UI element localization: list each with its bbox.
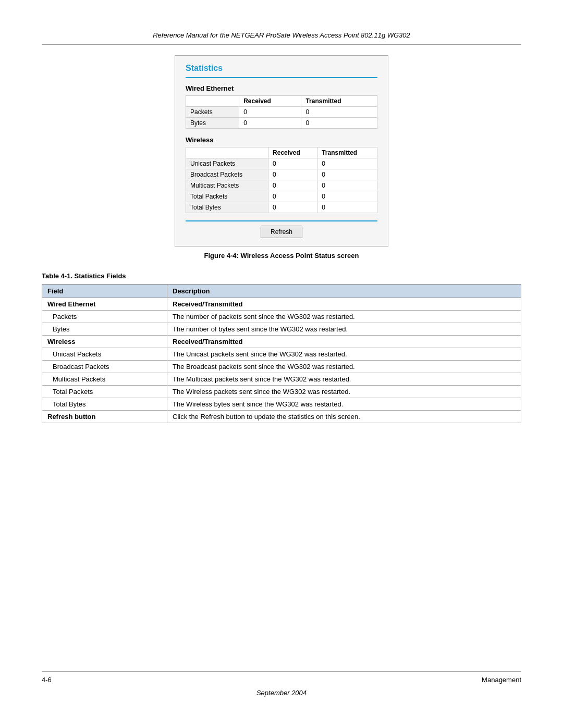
row-received: 0 (268, 158, 317, 169)
table-row: Multicast Packets 0 0 (186, 180, 377, 191)
col-field-header: Field (42, 285, 167, 298)
desc-field: Unicast Packets (42, 348, 167, 361)
page: Reference Manual for the NETGEAR ProSafe… (0, 0, 563, 728)
row-transmitted: 0 (317, 180, 377, 191)
list-item: Total Bytes The Wireless bytes sent sinc… (42, 398, 521, 411)
wired-ethernet-table: Received Transmitted Packets 0 0 Bytes 0… (186, 95, 377, 129)
row-transmitted: 0 (317, 191, 377, 202)
row-transmitted: 0 (317, 158, 377, 169)
statistics-title: Statistics (186, 64, 377, 73)
table-row: Broadcast Packets 0 0 (186, 169, 377, 180)
row-field: Broadcast Packets (186, 169, 268, 180)
desc-field: Broadcast Packets (42, 361, 167, 373)
table-row: Bytes 0 0 (186, 118, 377, 129)
footer-left: 4-6 (42, 676, 52, 684)
wired-ethernet-label: Wired Ethernet (186, 84, 377, 92)
desc-description: The Wireless packets sent since the WG30… (167, 386, 521, 398)
desc-description: The Wireless bytes sent since the WG302 … (167, 398, 521, 411)
stats-divider (186, 77, 377, 78)
table-row: Total Packets 0 0 (186, 191, 377, 202)
row-received: 0 (268, 191, 317, 202)
row-received: 0 (268, 169, 317, 180)
footer: 4-6 Management (42, 671, 521, 684)
desc-field: Wired Ethernet (42, 298, 167, 311)
wired-col-received: Received (239, 96, 301, 107)
row-transmitted: 0 (317, 169, 377, 180)
row-transmitted: 0 (301, 118, 377, 129)
wireless-col-transmitted: Transmitted (317, 147, 377, 158)
list-item: Wireless Received/Transmitted (42, 336, 521, 348)
list-item: Broadcast Packets The Broadcast packets … (42, 361, 521, 373)
table-title: Table 4-1. Statistics Fields (42, 272, 521, 280)
desc-field: Bytes (42, 323, 167, 336)
desc-description: Received/Transmitted (167, 298, 521, 311)
list-item: Total Packets The Wireless packets sent … (42, 386, 521, 398)
wireless-col-blank (186, 147, 268, 158)
desc-field: Total Packets (42, 386, 167, 398)
header-title: Reference Manual for the NETGEAR ProSafe… (153, 31, 410, 39)
desc-field: Wireless (42, 336, 167, 348)
list-item: Packets The number of packets sent since… (42, 311, 521, 323)
row-transmitted: 0 (301, 107, 377, 118)
row-received: 0 (239, 118, 301, 129)
desc-field: Total Bytes (42, 398, 167, 411)
row-field: Multicast Packets (186, 180, 268, 191)
list-item: Bytes The number of bytes sent since the… (42, 323, 521, 336)
desc-field: Refresh button (42, 411, 167, 423)
row-field: Bytes (186, 118, 239, 129)
footer-bottom: September 2004 (42, 689, 521, 697)
row-field: Packets (186, 107, 239, 118)
col-description-header: Description (167, 285, 521, 298)
statistics-panel: Statistics Wired Ethernet Received Trans… (175, 55, 388, 246)
row-field: Total Packets (186, 191, 268, 202)
refresh-button[interactable]: Refresh (261, 226, 302, 238)
desc-description: The number of packets sent since the WG3… (167, 311, 521, 323)
desc-description: The Multicast packets sent since the WG3… (167, 373, 521, 386)
desc-description: The Broadcast packets sent since the WG3… (167, 361, 521, 373)
wired-col-blank (186, 96, 239, 107)
statistics-fields-table: Field Description Wired Ethernet Receive… (42, 284, 521, 423)
header: Reference Manual for the NETGEAR ProSafe… (42, 31, 521, 45)
wireless-table: Received Transmitted Unicast Packets 0 0… (186, 147, 377, 213)
row-received: 0 (268, 202, 317, 213)
desc-description: The Unicast packets sent since the WG302… (167, 348, 521, 361)
desc-description: The number of bytes sent since the WG302… (167, 323, 521, 336)
table-row: Total Bytes 0 0 (186, 202, 377, 213)
table-row: Unicast Packets 0 0 (186, 158, 377, 169)
desc-description: Click the Refresh button to update the s… (167, 411, 521, 423)
row-field: Total Bytes (186, 202, 268, 213)
row-field: Unicast Packets (186, 158, 268, 169)
row-transmitted: 0 (317, 202, 377, 213)
figure-caption: Figure 4-4: Wireless Access Point Status… (42, 252, 521, 260)
wireless-label: Wireless (186, 136, 377, 144)
wireless-col-received: Received (268, 147, 317, 158)
desc-description: Received/Transmitted (167, 336, 521, 348)
refresh-row: Refresh (186, 220, 377, 238)
list-item: Refresh button Click the Refresh button … (42, 411, 521, 423)
wired-col-transmitted: Transmitted (301, 96, 377, 107)
list-item: Unicast Packets The Unicast packets sent… (42, 348, 521, 361)
footer-right: Management (482, 676, 521, 684)
desc-field: Packets (42, 311, 167, 323)
list-item: Wired Ethernet Received/Transmitted (42, 298, 521, 311)
desc-field: Multicast Packets (42, 373, 167, 386)
row-received: 0 (239, 107, 301, 118)
table-row: Packets 0 0 (186, 107, 377, 118)
list-item: Multicast Packets The Multicast packets … (42, 373, 521, 386)
row-received: 0 (268, 180, 317, 191)
